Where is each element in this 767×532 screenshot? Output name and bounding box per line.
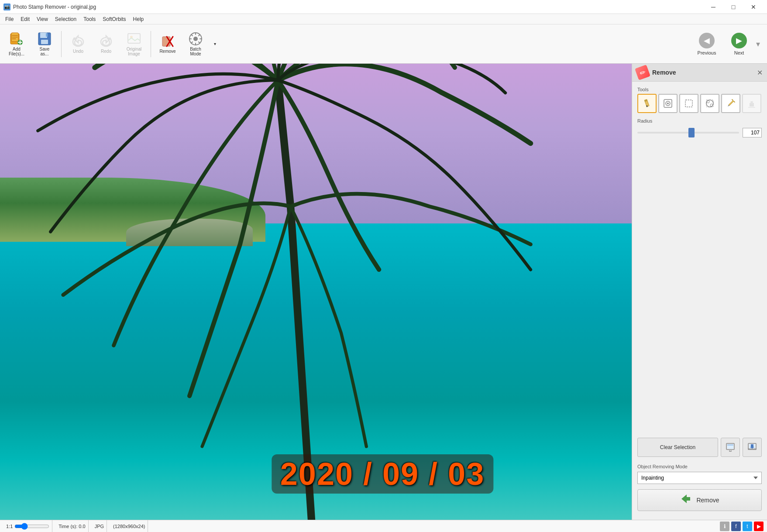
- remove-label: Remove: [159, 49, 175, 54]
- svg-marker-34: [681, 494, 690, 503]
- info-button[interactable]: ℹ: [720, 522, 729, 531]
- zoom-slider[interactable]: [14, 523, 49, 530]
- radius-label: Radius: [637, 118, 762, 124]
- title-bar: 📷 Photo Stamp Remover - original.jpg ─ □…: [0, 0, 767, 14]
- svg-rect-25: [750, 103, 754, 106]
- time-label: Time (s): 0.0: [58, 524, 85, 529]
- toolbox-close-button[interactable]: ✕: [757, 69, 763, 77]
- redo-button[interactable]: Redo: [93, 27, 119, 61]
- status-right: ℹ f t ▶: [720, 522, 764, 531]
- export-button[interactable]: [743, 438, 762, 457]
- previous-button[interactable]: ◀ Previous: [691, 27, 722, 61]
- next-label: Next: [734, 50, 744, 55]
- remove-btn-container: Remove: [637, 489, 762, 515]
- add-file-icon: [10, 32, 24, 46]
- facebook-button[interactable]: f: [731, 522, 741, 531]
- wand-tool-button[interactable]: [721, 94, 740, 113]
- undo-label: Undo: [73, 49, 83, 54]
- youtube-button[interactable]: ▶: [754, 522, 764, 531]
- menu-bar: File Edit View Selection Tools SoftOrbit…: [0, 14, 767, 24]
- mode-section: Object Removing Mode Inpainting Backgrou…: [637, 464, 762, 484]
- mode-select[interactable]: Inpainting Background Fill Clone Stamp: [637, 472, 762, 484]
- status-bar: 1:1 Time (s): 0.0 JPG (1280x960x24) ℹ f …: [0, 520, 767, 532]
- toolbar-sep-2: [151, 31, 151, 57]
- more-icon: ▾: [214, 41, 216, 46]
- svg-rect-6: [46, 33, 48, 37]
- menu-help[interactable]: Help: [130, 14, 148, 24]
- minimize-button[interactable]: ─: [703, 0, 723, 14]
- rocks-layer: [126, 219, 252, 246]
- menu-edit[interactable]: Edit: [17, 14, 33, 24]
- window-controls: ─ □ ✕: [703, 0, 764, 14]
- toolbox-title-row: ✏ Remove: [636, 66, 676, 79]
- import-button[interactable]: [721, 438, 740, 457]
- next-button[interactable]: ▶ Next: [724, 27, 754, 61]
- tools-grid: [637, 94, 762, 113]
- save-as-label: Save as...: [40, 47, 50, 56]
- svg-rect-7: [128, 34, 140, 43]
- radius-slider[interactable]: [637, 132, 739, 134]
- toolbox-body: Tools: [632, 82, 767, 520]
- canvas-area[interactable]: 2020 / 09 / 03: [0, 64, 632, 520]
- radius-slider-container: [637, 128, 739, 137]
- rect-select-tool-button[interactable]: [679, 94, 698, 113]
- undo-button[interactable]: Undo: [65, 27, 91, 61]
- remove-toolbar-button[interactable]: Remove: [155, 27, 181, 61]
- close-button[interactable]: ✕: [743, 0, 764, 14]
- svg-rect-20: [685, 100, 692, 107]
- app-icon: 📷: [3, 3, 10, 10]
- maximize-button[interactable]: □: [723, 0, 743, 14]
- date-stamp: 2020 / 09 / 03: [272, 454, 493, 494]
- toolbox-eraser-icon: ✏: [635, 65, 650, 80]
- nav-area: ◀ Previous ▶ Next ▾: [691, 27, 764, 61]
- spacer: [637, 143, 762, 429]
- original-image-button[interactable]: Original Image: [121, 27, 147, 61]
- svg-rect-5: [41, 40, 48, 44]
- toolbox-panel: ✏ Remove ✕ Tools: [632, 64, 767, 520]
- more-button[interactable]: ▾: [210, 27, 219, 61]
- main-content: 2020 / 09 / 03 ✏ Remove ✕ Tools: [0, 64, 767, 520]
- menu-view[interactable]: View: [33, 14, 52, 24]
- redo-icon: [99, 34, 113, 48]
- batch-mode-icon: [189, 32, 203, 46]
- radius-section: Radius 107: [637, 118, 762, 137]
- toolbox-header: ✏ Remove ✕: [632, 64, 767, 82]
- toolbar: Add File(s)... Save as... Undo: [0, 24, 767, 64]
- save-icon: [38, 32, 52, 46]
- format-status: JPG: [92, 520, 107, 532]
- menu-selection[interactable]: Selection: [52, 14, 80, 24]
- menu-softorbits[interactable]: SoftOrbits: [99, 14, 129, 24]
- save-as-button[interactable]: Save as...: [31, 27, 58, 61]
- stamp-tool-button[interactable]: [742, 94, 761, 113]
- add-file-button[interactable]: Add File(s)...: [3, 27, 30, 61]
- format-label: JPG: [95, 524, 104, 529]
- object-removing-mode-label: Object Removing Mode: [637, 464, 762, 469]
- original-image-label: Original Image: [127, 47, 141, 56]
- svg-rect-30: [727, 444, 733, 446]
- batch-mode-button[interactable]: Batch Mode: [182, 27, 209, 61]
- original-image-icon: [127, 32, 141, 46]
- previous-label: Previous: [698, 50, 716, 55]
- eraser-tool-button[interactable]: [658, 94, 678, 113]
- pencil-tool-button[interactable]: [637, 94, 657, 113]
- magic-tool-button[interactable]: [700, 94, 719, 113]
- clear-selection-button[interactable]: Clear Selection: [637, 438, 718, 457]
- menu-tools[interactable]: Tools: [80, 14, 99, 24]
- dimensions-status: (1280x960x24): [110, 520, 148, 532]
- remove-icon: [161, 34, 175, 48]
- tools-label: Tools: [637, 87, 762, 92]
- canvas-image: 2020 / 09 / 03: [0, 64, 632, 520]
- menu-file[interactable]: File: [2, 14, 17, 24]
- radius-value: 107: [743, 128, 762, 137]
- twitter-button[interactable]: t: [743, 522, 752, 531]
- svg-point-13: [193, 37, 198, 41]
- undo-icon: [71, 34, 85, 48]
- next-icon: ▶: [731, 33, 747, 48]
- svg-point-21: [706, 100, 713, 107]
- dimensions-label: (1280x960x24): [113, 524, 145, 529]
- nav-more-icon[interactable]: ▾: [756, 39, 760, 49]
- clear-row: Clear Selection: [637, 438, 762, 457]
- remove-button[interactable]: Remove: [637, 489, 762, 511]
- toolbar-sep-1: [61, 31, 62, 57]
- previous-icon: ◀: [699, 33, 715, 48]
